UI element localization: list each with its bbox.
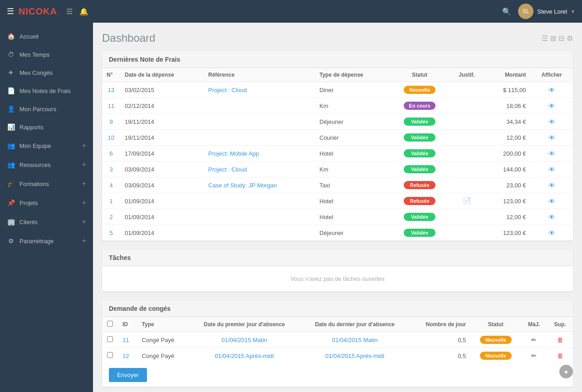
row-type: Diner [315, 82, 391, 98]
conge-id: 11 [118, 332, 137, 348]
col-conge-type: Type [137, 317, 189, 332]
row-date: 01/09/2014 [120, 209, 204, 225]
row-montant: 23,00 € [485, 177, 531, 193]
status-badge: Validée [404, 213, 435, 221]
envoyer-button[interactable]: Envoyer [109, 368, 147, 382]
col-num: N° [102, 68, 120, 82]
select-all-checkbox[interactable] [107, 321, 113, 327]
row-justif [449, 82, 484, 98]
delete-icon[interactable]: 🗑 [557, 352, 563, 359]
row-statut: Validée [391, 146, 449, 162]
row-date: 03/02/2015 [120, 82, 204, 98]
row-statut: En cours [391, 98, 449, 114]
conge-sup[interactable]: 🗑 [547, 348, 573, 364]
row-view[interactable]: 👁 [531, 98, 573, 114]
table-view-icon[interactable]: ⊟ [558, 34, 564, 43]
list-icon[interactable]: ☰ [66, 7, 73, 16]
grid-view-icon[interactable]: ⊞ [550, 34, 556, 43]
sidebar-item-mon-parcours[interactable]: 👤 Mon Parcours [0, 100, 93, 118]
status-badge: Validée [404, 118, 435, 126]
sidebar-item-projets[interactable]: 📌 Projets + [0, 193, 93, 212]
conge-date-debut: 01/04/2015 Matin [189, 332, 300, 348]
plus-icon-parametrage: + [82, 237, 86, 245]
row-ref [204, 130, 315, 146]
conges-card: Demande de congés ID Type Date du premie… [102, 300, 573, 387]
status-badge: En cours [404, 102, 435, 110]
row-justif [449, 130, 484, 146]
sidebar-item-clients[interactable]: 🏢 Clients + [0, 212, 93, 231]
row-view[interactable]: 👁 [531, 114, 573, 130]
conge-maj[interactable]: ✏ [521, 332, 547, 348]
search-icon[interactable]: 🔍 [502, 7, 511, 16]
sidebar: 🏠 Accueil ⏱ Mes Temps ✈ Mes Congés 📄 Mes… [0, 23, 93, 392]
row-view[interactable]: 👁 [531, 162, 573, 177]
sidebar-label-formations: Formations [20, 181, 49, 187]
view-toggle-icons: ☰ ⊞ ⊟ ⚙ [542, 34, 573, 43]
home-icon: 🏠 [7, 33, 15, 40]
status-badge: Validée [404, 133, 435, 142]
row-num: 2 [102, 209, 120, 225]
list-view-icon[interactable]: ☰ [542, 34, 548, 43]
table-row: 5 01/09/2014 Déjeuner Validée 123,00 € 👁 [102, 225, 573, 241]
sidebar-label-projets: Projets [20, 200, 38, 206]
row-type: Km [315, 98, 391, 114]
page-title: Dashboard [102, 32, 155, 44]
row-view[interactable]: 👁 [531, 177, 573, 193]
conge-type: Congé Payé [137, 348, 189, 364]
sidebar-item-parametrage[interactable]: ⚙ Paramétrage + [0, 231, 93, 250]
sidebar-item-formations[interactable]: 🎓 Formations + [0, 174, 93, 193]
row-view[interactable]: 👁 [531, 209, 573, 225]
user-area[interactable]: SL Steve Lorel ▼ [518, 4, 575, 19]
caret-down-icon: ▼ [571, 9, 575, 14]
row-num: 5 [102, 225, 120, 241]
plus-icon-formations: + [82, 180, 86, 188]
row-view[interactable]: 👁 [531, 146, 573, 162]
row-date: 17/09/2014 [120, 146, 204, 162]
col-conge-id: ID [118, 317, 137, 332]
brand-logo: NICOKA [19, 6, 57, 17]
row-ref: Project : Cloud [204, 162, 315, 177]
scroll-to-top-button[interactable]: ● [559, 365, 573, 378]
sidebar-item-mes-temps[interactable]: ⏱ Mes Temps [0, 45, 93, 64]
status-badge: Validée [404, 229, 435, 237]
row-checkbox[interactable] [107, 352, 113, 358]
sidebar-item-rapports[interactable]: 📊 Rapports [0, 118, 93, 136]
taches-card: Tâches Vous n'avez pas de tâches ouverte… [102, 250, 573, 291]
conge-sup[interactable]: 🗑 [547, 332, 573, 348]
row-date: 03/09/2014 [120, 162, 204, 177]
row-montant: 144,00 € [485, 162, 531, 177]
row-montant: 34,34 € [485, 114, 531, 130]
row-date: 19/11/2014 [120, 130, 204, 146]
sidebar-item-mon-equipe[interactable]: 👥 Mon Equipe + [0, 136, 93, 155]
conge-id: 12 [118, 348, 137, 364]
row-view[interactable]: 👁 [531, 130, 573, 146]
sidebar-item-accueil[interactable]: 🏠 Accueil [0, 27, 93, 45]
row-justif [449, 98, 484, 114]
row-view[interactable]: 👁 [531, 225, 573, 241]
sidebar-item-ressources[interactable]: 👥 Ressources + [0, 155, 93, 174]
sidebar-item-mes-conges[interactable]: ✈ Mes Congés [0, 64, 93, 82]
notes-frais-table: N° Date de la dépense Référence Type de … [102, 68, 573, 240]
delete-icon[interactable]: 🗑 [557, 336, 563, 343]
row-statut: Validée [391, 225, 449, 241]
row-ref [204, 114, 315, 130]
settings-view-icon[interactable]: ⚙ [567, 34, 573, 43]
hamburger-icon[interactable]: ☰ [7, 6, 14, 16]
table-row: 1 01/09/2014 Hotel Refusée 📄 123,00 € 👁 [102, 193, 573, 209]
conge-maj[interactable]: ✏ [521, 348, 547, 364]
bell-icon[interactable]: 🔔 [79, 7, 88, 16]
edit-icon[interactable]: ✏ [531, 352, 537, 359]
ressources-icon: 👥 [7, 161, 15, 168]
edit-icon[interactable]: ✏ [531, 336, 537, 343]
row-checkbox[interactable] [107, 336, 113, 342]
file-attachment-icon[interactable]: 📄 [463, 197, 471, 205]
sidebar-label-mes-temps: Mes Temps [20, 51, 49, 58]
row-type: Taxi [315, 177, 391, 193]
team-icon: 👥 [7, 142, 15, 149]
row-view[interactable]: 👁 [531, 193, 573, 209]
conge-statut: Nouvelle [470, 348, 521, 364]
sidebar-item-mes-notes[interactable]: 📄 Mes Notes de Frais [0, 82, 93, 100]
row-view[interactable]: 👁 [531, 82, 573, 98]
row-statut: Validée [391, 209, 449, 225]
plus-icon-clients: + [82, 218, 86, 226]
